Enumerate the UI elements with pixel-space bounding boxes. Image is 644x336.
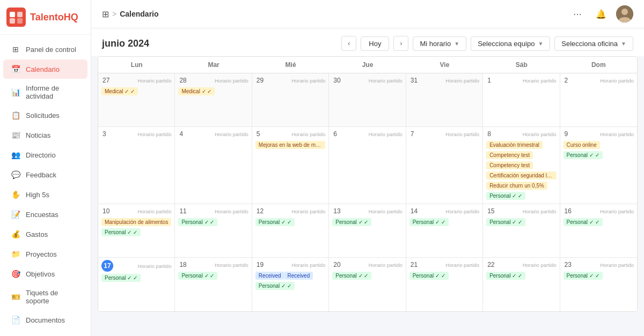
sidebar-item-tiquets[interactable]: 🎫Tiquets de soporte xyxy=(3,284,87,310)
calendar-day-headers: LunMarMiéJueVieSábDom xyxy=(98,57,637,73)
next-month-button[interactable]: › xyxy=(393,36,408,51)
event-tag-19-2[interactable]: Personal ✓ xyxy=(255,282,295,290)
sidebar-item-feedback[interactable]: 💬Feedback xyxy=(3,165,87,184)
day-number-9: 9 xyxy=(564,129,569,139)
event-tag-22-0[interactable]: Personal ✓ xyxy=(486,272,525,280)
calendar-cell-15: 15Horario partidoPersonal ✓ xyxy=(483,204,560,257)
sidebar-item-calendario[interactable]: 📅Calendario xyxy=(3,59,87,79)
sidebar-item-objetivos[interactable]: 🎯Objetivos xyxy=(3,264,87,283)
cell-top-2: 2Horario partido xyxy=(564,76,634,85)
event-tag-5-0[interactable]: Mejoras en la web de marketin xyxy=(255,141,325,149)
event-tag-19-1[interactable]: Received xyxy=(284,272,313,280)
sidebar-item-solicitudes[interactable]: 📋Solicitudes xyxy=(3,106,87,125)
event-tag-8-0[interactable]: Evaluación trimestral xyxy=(486,141,543,149)
horario-tag-1: Horario partido xyxy=(523,78,557,84)
sidebar-label-gastos: Gastos xyxy=(26,230,48,238)
prev-month-button[interactable]: ‹ xyxy=(341,36,356,51)
sidebar-item-panel[interactable]: ⊞Panel de control xyxy=(3,40,87,59)
event-tag-9-1[interactable]: Personal ✓ xyxy=(564,151,603,159)
event-tag-16-0[interactable]: Personal ✓ xyxy=(564,218,603,226)
calendario-icon: 📅 xyxy=(11,64,20,74)
event-tag-14-0[interactable]: Personal ✓ xyxy=(409,218,449,226)
cell-top-12: 12Horario partido xyxy=(255,206,325,216)
event-tag-15-0[interactable]: Personal ✓ xyxy=(486,218,525,226)
cell-top-18: 18Horario partido xyxy=(178,260,248,270)
sidebar-label-informe: Informe de actividad xyxy=(26,84,80,100)
high5s-icon: ✋ xyxy=(11,190,20,199)
logo-text: TalentoHQ xyxy=(30,12,78,23)
select-team-dropdown[interactable]: Selecciona equipo ▼ xyxy=(471,36,550,51)
calendar-cell-22: 22Horario partidoPersonal ✓ xyxy=(483,258,560,311)
sidebar-item-gastos[interactable]: 💰Gastos xyxy=(3,225,87,244)
cell-top-14: 14Horario partido xyxy=(409,206,479,216)
sidebar-label-high5s: High 5s xyxy=(26,191,49,199)
cell-top-15: 15Horario partido xyxy=(486,206,556,216)
event-tag-12-0[interactable]: Personal ✓ xyxy=(255,218,295,226)
event-tag-11-0[interactable]: Personal ✓ xyxy=(178,218,217,226)
day-header-sáb: Sáb xyxy=(483,57,560,73)
event-tag-27-0[interactable]: Medical ✓ xyxy=(101,87,138,95)
cell-top-7: 7Horario partido xyxy=(409,129,479,139)
calendar-cell-6: 6Horario partido xyxy=(329,127,406,204)
sidebar-item-noticias[interactable]: 📰Noticias xyxy=(3,125,87,145)
event-tag-8-5[interactable]: Personal ✓ xyxy=(486,192,525,200)
event-tag-9-0[interactable]: Curso online xyxy=(564,141,600,149)
calendar-cell-8: 8Horario partidoEvaluación trimestralCom… xyxy=(483,127,560,204)
mi-horario-arrow-icon: ▼ xyxy=(454,41,459,47)
event-tag-18-0[interactable]: Personal ✓ xyxy=(178,272,217,280)
horario-tag-6: Horario partido xyxy=(369,131,402,137)
calendar-cell-17: 17Horario partidoPersonal ✓ xyxy=(98,258,175,311)
sidebar-item-proyectos[interactable]: 📁Proyectos xyxy=(3,244,87,264)
day-number-16: 16 xyxy=(564,206,573,216)
sidebar-item-formacion[interactable]: 🎓Formación xyxy=(3,330,87,336)
day-number-30: 30 xyxy=(332,76,341,85)
event-tag-8-1[interactable]: Competency test xyxy=(486,151,533,159)
event-tag-23-0[interactable]: Personal ✓ xyxy=(564,272,603,280)
user-avatar[interactable] xyxy=(616,5,633,23)
sidebar-label-calendario: Calendario xyxy=(26,65,60,73)
calendar-cell-23: 23Horario partidoPersonal ✓ xyxy=(560,258,637,311)
sidebar-item-informe[interactable]: 📊Informe de actividad xyxy=(3,79,87,105)
event-tag-10-0[interactable]: Manipulación de alimentos xyxy=(101,218,171,226)
event-tag-8-2[interactable]: Competency test xyxy=(486,161,533,169)
week-row-0: 27Horario partidoMedical ✓28Horario part… xyxy=(98,73,637,127)
sidebar-label-objetivos: Objetivos xyxy=(26,270,55,278)
cell-top-22: 22Horario partido xyxy=(486,260,556,270)
calendar-header: junio 2024 ‹ Hoy › Mi horario ▼ Seleccio… xyxy=(91,28,644,56)
breadcrumb-home-icon[interactable]: ⊞ xyxy=(102,9,109,19)
more-options-button[interactable]: ⋯ xyxy=(569,5,586,23)
select-office-dropdown[interactable]: Selecciona oficina ▼ xyxy=(554,36,633,51)
event-tag-10-1[interactable]: Personal ✓ xyxy=(101,228,141,236)
sidebar-item-documentos[interactable]: 📄Documentos xyxy=(3,310,87,330)
event-tag-28-0[interactable]: Medical ✓ xyxy=(178,87,215,95)
horario-tag-7: Horario partido xyxy=(445,131,479,137)
sidebar-item-high5s[interactable]: ✋High 5s xyxy=(3,185,87,204)
event-tag-20-0[interactable]: Personal ✓ xyxy=(332,272,371,280)
cell-top-5: 5Horario partido xyxy=(255,129,325,139)
day-number-4: 4 xyxy=(178,129,184,139)
event-tag-21-0[interactable]: Personal ✓ xyxy=(409,272,449,280)
event-tag-8-3[interactable]: Certificación seguridad labora xyxy=(486,171,556,180)
day-header-mar: Mar xyxy=(175,57,252,73)
day-header-jue: Jue xyxy=(329,57,406,73)
horario-tag-4: Horario partido xyxy=(215,131,248,137)
svg-rect-2 xyxy=(17,12,23,17)
tiquets-icon: 🎫 xyxy=(11,292,20,302)
calendar-cell-31: 31Horario partido xyxy=(406,73,483,126)
calendar-cell-10: 10Horario partidoManipulación de aliment… xyxy=(98,204,175,257)
mi-horario-dropdown[interactable]: Mi horario ▼ xyxy=(413,36,466,51)
today-button[interactable]: Hoy xyxy=(361,36,389,51)
event-tag-8-4[interactable]: Reducir churn un 0,5% xyxy=(486,182,547,190)
event-tag-19-0[interactable]: Received xyxy=(255,272,284,280)
calendar-grid: LunMarMiéJueVieSábDom 27Horario partidoM… xyxy=(98,56,638,312)
notifications-button[interactable]: 🔔 xyxy=(592,5,610,23)
sidebar-label-noticias: Noticias xyxy=(26,131,50,139)
sidebar-item-encuestas[interactable]: 📝Encuestas xyxy=(3,205,87,224)
calendar-cell-19: 19Horario partidoReceivedReceivedPersona… xyxy=(252,258,329,311)
cell-top-10: 10Horario partido xyxy=(101,206,171,216)
event-tag-13-0[interactable]: Personal ✓ xyxy=(332,218,371,226)
day-number-12: 12 xyxy=(255,206,265,216)
week-row-1: 3Horario partido4Horario partido5Horario… xyxy=(98,127,637,204)
sidebar-item-directorio[interactable]: 👥Directorio xyxy=(3,145,87,165)
event-tag-17-0[interactable]: Personal ✓ xyxy=(101,274,141,282)
